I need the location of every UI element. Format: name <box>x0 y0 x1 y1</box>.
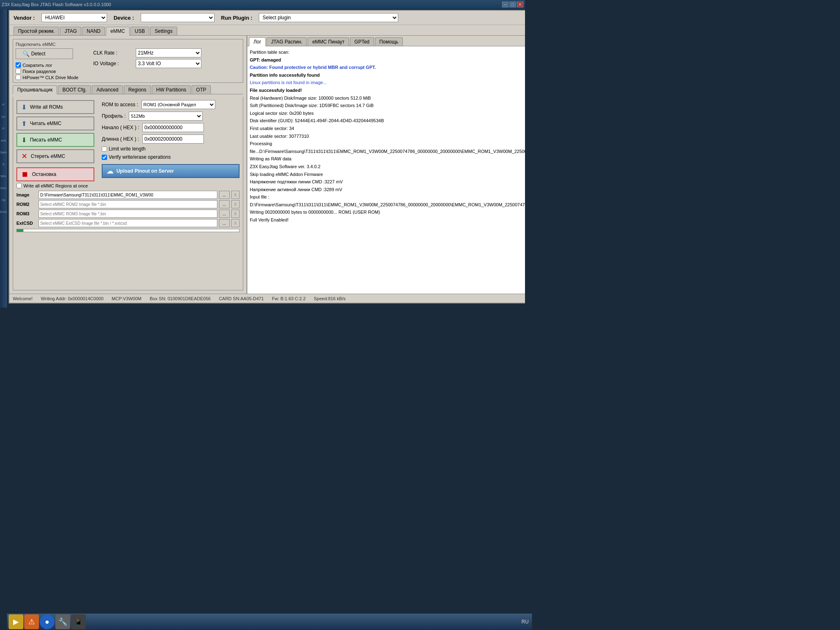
clk-select[interactable]: 21MHz <box>136 48 201 57</box>
log-tab-gpted[interactable]: GPTed <box>350 37 374 46</box>
side-label-9: Xp <box>2 198 6 202</box>
verify-checkbox[interactable] <box>102 155 107 160</box>
side-label-5: Sam <box>0 151 7 154</box>
sub-tab-flasher[interactable]: Прошивальщик <box>13 85 57 94</box>
tab-nand[interactable]: NAND <box>82 27 105 35</box>
vendor-select[interactable]: HUAWEI <box>41 13 107 22</box>
hipower-checkbox[interactable] <box>16 75 21 80</box>
log-line: Logical sector size: 0x200 bytes <box>250 110 525 117</box>
log-line: Last usable sector: 30777310 <box>250 133 525 140</box>
close-button[interactable]: ✕ <box>517 2 523 7</box>
log-line: GPT: damaged <box>250 57 525 64</box>
write-emmc-button[interactable]: ⬇ Писать eMMC <box>16 133 94 147</box>
minimize-button[interactable]: ─ <box>502 2 509 7</box>
read-emmc-button[interactable]: ⬆ Читать eMMC <box>16 116 94 130</box>
connect-section: Подключить eMMC 🔍 Detect <box>13 39 243 83</box>
top-bar: Vendor : HUAWEI Device : Run Plugin : Se… <box>9 11 525 25</box>
extcsd-browse-button[interactable]: ... <box>219 219 230 227</box>
stop-button[interactable]: ⏹ Остановка <box>16 167 94 181</box>
rom2-clear-button[interactable]: X <box>231 200 240 208</box>
log-tab-log[interactable]: Лог <box>249 37 266 46</box>
check-short-log[interactable]: Сократить лог <box>16 62 78 68</box>
log-line: D:\Firmware\Samsung\T311\t311\t311\EMMC_… <box>250 201 525 209</box>
image-browse-button[interactable]: ... <box>219 191 230 199</box>
side-label-2: un <box>2 115 5 119</box>
extcsd-clear-button[interactable]: X <box>231 219 240 227</box>
flasher-content: ⬇ Write all ROMs ⬆ Читать eMMC ⬇ Писать … <box>13 97 243 290</box>
sub-tab-regions[interactable]: Regions <box>124 85 151 94</box>
io-select[interactable]: 3.3 Volt IO <box>136 59 201 68</box>
write-all-regions-label: Write all eMMC Regions at once <box>23 183 88 188</box>
status-writing-addr: Writing Addr: 0x0000014C0000 <box>41 296 104 301</box>
flash-grid: ⬇ Write all ROMs ⬆ Читать eMMC ⬇ Писать … <box>16 100 240 181</box>
profile-select[interactable]: 512Mb <box>129 112 203 121</box>
image-row: Image ... X <box>16 191 240 199</box>
check-find-partitions[interactable]: Поиск разделов <box>16 68 78 74</box>
side-label-8: Dev <box>0 186 6 190</box>
status-card-sn: CARD SN:AA05-D471 <box>219 296 264 301</box>
rom2-browse-button[interactable]: ... <box>219 200 230 208</box>
download-icon: ⬇ <box>21 103 27 111</box>
detect-button[interactable]: 🔍 Detect <box>16 48 73 59</box>
upload-icon: ⬆ <box>21 120 27 128</box>
side-label-3: P <box>2 127 5 130</box>
plugin-select[interactable]: Select plugin <box>259 13 398 22</box>
rom3-input[interactable] <box>39 210 217 218</box>
sub-tab-otp[interactable]: OTP <box>192 85 211 94</box>
find-partitions-checkbox[interactable] <box>16 68 21 74</box>
verify-label: Verify write/erase operations <box>109 154 171 160</box>
device-select[interactable] <box>141 13 215 22</box>
rom-access-row: ROM to access : ROM1 (Основной Раздел <box>102 100 240 109</box>
limit-write-checkbox[interactable] <box>102 146 107 152</box>
image-clear-button[interactable]: X <box>231 191 240 199</box>
maximize-button[interactable]: □ <box>509 2 516 7</box>
sub-tab-advanced[interactable]: Advanced <box>92 85 123 94</box>
start-hex-input[interactable] <box>142 123 204 132</box>
rom2-input[interactable] <box>39 200 217 208</box>
log-tab-help[interactable]: Помощь <box>375 37 403 46</box>
log-line: Writing as RAW data <box>250 155 525 163</box>
log-line: Soft (Partitioned) Disk/Image size: 1D59… <box>250 102 525 110</box>
titlebar: Z3X EasyJtag Box JTAG Flash Software v3.… <box>0 0 525 9</box>
rom2-row: ROM2 ... X <box>16 200 240 208</box>
log-line: Partition info successfully found <box>250 72 525 79</box>
length-hex-input[interactable] <box>142 135 204 144</box>
log-line: Full Verify Enabled! <box>250 217 525 224</box>
log-tab-jtag[interactable]: JTAG Распин. <box>267 37 307 46</box>
image-input[interactable] <box>39 191 217 199</box>
status-box-sn: Box SN: 0100901D8EADE056 <box>150 296 211 301</box>
stop-icon: ⏹ <box>21 170 29 179</box>
rom3-browse-button[interactable]: ... <box>219 210 230 218</box>
log-tab-bar: Лог JTAG Распин. eMMC Пинаут GPTed Помощ… <box>247 36 525 46</box>
tab-settings[interactable]: Settings <box>150 27 177 35</box>
progress-area <box>16 229 240 232</box>
upload-server-button[interactable]: ☁ Upload Pinout on Server <box>102 164 240 178</box>
log-line: Real (Hardware) Disk/Image size: 100000 … <box>250 95 525 102</box>
tab-emmc[interactable]: eMMC <box>106 27 129 36</box>
short-log-checkbox[interactable] <box>16 62 21 68</box>
write-all-regions-checkbox[interactable] <box>16 183 22 188</box>
status-mcp: MCP:V3W00M <box>112 296 142 301</box>
rom3-label: ROM3 <box>16 211 37 216</box>
extcsd-input[interactable] <box>39 219 217 227</box>
tab-simple-mode[interactable]: Простой режим. <box>14 27 59 35</box>
check-hipower[interactable]: HiPower™ CLK Drive Mode <box>16 75 78 80</box>
tab-usb[interactable]: USB <box>130 27 150 35</box>
write-all-roms-button[interactable]: ⬇ Write all ROMs <box>16 100 94 114</box>
status-welcome: Welcome! <box>13 296 33 301</box>
progress-fill <box>17 229 23 232</box>
erase-emmc-button[interactable]: ✕ Стереть eMMC <box>16 149 94 163</box>
log-tab-emmc-pinout[interactable]: eMMC Пинаут <box>308 37 349 46</box>
sub-tab-boot[interactable]: BOOT Cfg. <box>58 85 91 94</box>
window-controls: ─ □ ✕ <box>502 2 523 7</box>
status-speed: Speed:816 kB/s <box>314 296 346 301</box>
checkboxes: Сократить лог Поиск разделов HiPower™ CL… <box>16 62 78 80</box>
log-line: Writing 0020000000 bytes to 0000000000..… <box>250 209 525 216</box>
sub-tab-hw-partitions[interactable]: HW Partitions <box>152 85 191 94</box>
rom-access-select[interactable]: ROM1 (Основной Раздел <box>142 100 215 109</box>
tab-jtag[interactable]: JTAG <box>60 27 81 35</box>
write-all-regions-row: Write all eMMC Regions at once <box>16 183 240 188</box>
rom3-clear-button[interactable]: X <box>231 210 240 218</box>
rom-access-label: ROM to access : <box>102 102 138 107</box>
side-label-6: 0 <box>2 162 4 166</box>
